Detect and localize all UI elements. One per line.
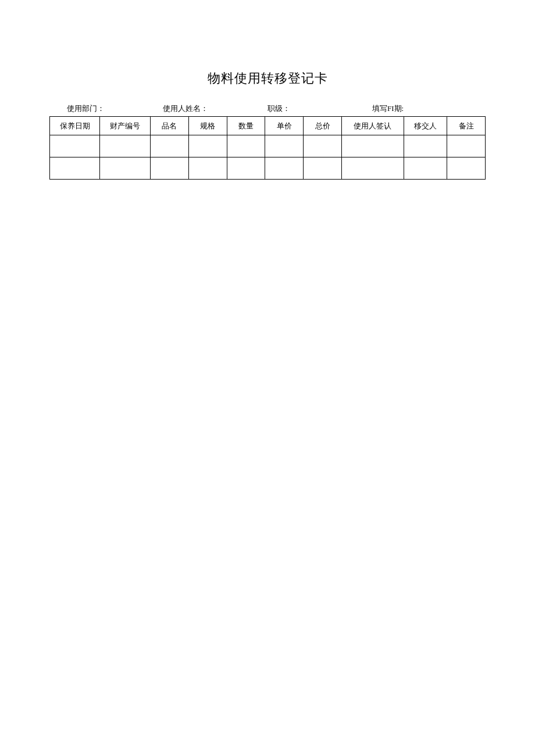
dept-label: 使用部门： [67, 104, 105, 113]
info-date: 填写FI期: [372, 103, 486, 114]
header-date: 保养日期 [50, 117, 100, 135]
cell-total [304, 135, 342, 157]
cell-asset-no [100, 157, 150, 180]
cell-asset-no [100, 135, 150, 157]
info-row: 使用部门： 使用人姓名： 职级： 填写FI期: [49, 103, 486, 114]
cell-qty [227, 157, 265, 180]
header-name: 品名 [150, 117, 188, 135]
cell-remark [447, 135, 486, 157]
cell-unit-price [265, 157, 304, 180]
info-rank: 职级： [268, 103, 372, 114]
header-qty: 数量 [227, 117, 265, 135]
cell-handover [404, 135, 447, 157]
rank-label: 职级： [268, 104, 290, 113]
header-asset-no: 财产编号 [100, 117, 150, 135]
cell-qty [227, 135, 265, 157]
table-row [50, 135, 486, 157]
cell-handover [404, 157, 447, 180]
cell-total [304, 157, 342, 180]
cell-signature [341, 157, 404, 180]
cell-unit-price [265, 135, 304, 157]
cell-signature [341, 135, 404, 157]
header-unit-price: 单价 [265, 117, 304, 135]
cell-date [50, 135, 100, 157]
header-total: 总价 [304, 117, 342, 135]
table-row [50, 157, 486, 180]
header-handover: 移交人 [404, 117, 447, 135]
register-table: 保养日期 财产编号 品名 规格 数量 单价 总价 使用人签认 移交人 备注 [49, 116, 486, 180]
cell-remark [447, 157, 486, 180]
header-spec: 规格 [188, 117, 227, 135]
page-title: 物料使用转移登记卡 [49, 70, 486, 87]
cell-spec [188, 135, 227, 157]
info-dept: 使用部门： [67, 103, 163, 114]
cell-date [50, 157, 100, 180]
info-user: 使用人姓名： [163, 103, 268, 114]
user-label: 使用人姓名： [163, 104, 208, 113]
cell-name [150, 157, 188, 180]
header-signature: 使用人签认 [341, 117, 404, 135]
cell-spec [188, 157, 227, 180]
header-remark: 备注 [447, 117, 486, 135]
cell-name [150, 135, 188, 157]
date-label: 填写FI期: [372, 104, 404, 113]
table-header-row: 保养日期 财产编号 品名 规格 数量 单价 总价 使用人签认 移交人 备注 [50, 117, 486, 135]
